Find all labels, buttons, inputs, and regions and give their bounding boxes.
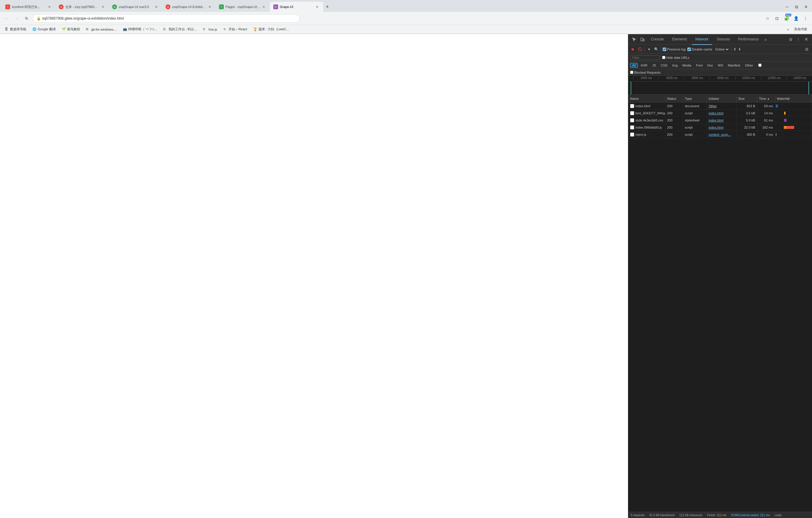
tick-14000: 14000 ms — [786, 76, 812, 80]
td-initiator-1[interactable]: index.html — [707, 110, 736, 116]
throttle-select[interactable]: Online — [714, 47, 729, 51]
bookmark-leetcode[interactable]: 🏆 题库 · 力扣（LeetC... — [251, 26, 291, 32]
profile-icon[interactable]: 👤 — [792, 14, 800, 23]
th-type[interactable]: Type — [683, 95, 707, 102]
row-checkbox-1[interactable] — [630, 111, 634, 115]
devtools-close-button[interactable]: ✕ — [803, 36, 810, 43]
type-filter-css[interactable]: CSS — [659, 63, 670, 68]
tab-close-3[interactable]: ✕ — [154, 4, 158, 9]
close-button[interactable]: ✕ — [802, 3, 810, 11]
export-icon[interactable]: ⬇ — [738, 47, 741, 51]
type-filter-xhr[interactable]: XHR — [638, 63, 649, 68]
th-name[interactable]: Name — [628, 95, 665, 102]
back-button[interactable]: ← — [2, 14, 11, 23]
tab-network[interactable]: Network — [692, 34, 712, 45]
td-initiator-3[interactable]: index.html — [707, 124, 736, 131]
row-checkbox-4[interactable] — [630, 133, 634, 137]
td-initiator-0[interactable]: Other — [707, 103, 736, 109]
hide-data-urls-checkbox[interactable]: Hide data URLs — [662, 56, 690, 59]
table-row[interactable]: font_2043277_84hqe... 200 script index.h… — [628, 110, 812, 117]
tab-grape-vue3[interactable]: G zsq/Grape-UI vue3.0 ✕ — [109, 2, 162, 12]
type-filter-font[interactable]: Font — [694, 63, 704, 68]
type-filter-other[interactable]: Other — [743, 63, 755, 68]
has-blocked-cookies-checkbox[interactable] — [758, 63, 762, 67]
tab-close-4[interactable]: ✕ — [207, 4, 212, 9]
bookmark-vuejs[interactable]: V Vue.js — [200, 27, 219, 32]
tab-pages[interactable]: P Pages · zsq/Grape-UI... ✕ — [215, 2, 270, 12]
type-filter-ws[interactable]: WS — [716, 63, 725, 68]
disable-cache-checkbox[interactable]: Disable cache — [687, 48, 712, 51]
tab-close-5[interactable]: ✕ — [261, 4, 266, 9]
td-initiator-4[interactable]: content_scrip... — [707, 131, 736, 138]
reload-button[interactable]: ↻ — [23, 14, 31, 23]
bookmark-react[interactable]: ⚛ 开始 – React — [221, 26, 250, 32]
th-initiator[interactable]: Initiator — [707, 95, 736, 102]
th-time[interactable]: Time ▲ — [757, 95, 775, 102]
bookmark-shujuku[interactable]: 🗄 数据库导航 — [2, 26, 29, 32]
import-icon[interactable]: ⬆ — [733, 47, 736, 51]
td-size-2: 5.0 kB — [736, 117, 757, 124]
bookmark-gitee[interactable]: G 我的工作台 - 码云... — [161, 26, 199, 32]
td-status-0: 200 — [665, 103, 683, 109]
menu-icon[interactable]: ⋮ — [801, 14, 810, 23]
tab-iconfont[interactable]: I Iconfont-阿里巴矢... ✕ — [2, 2, 55, 12]
bookmark-google-translate[interactable]: 🌐 Google 翻译 — [30, 26, 58, 32]
filter-input[interactable] — [630, 55, 660, 60]
bookmark-bilibili[interactable]: 📺 哔哩哔哩（`ー`)つ... — [120, 26, 160, 32]
row-checkbox-3[interactable] — [630, 125, 634, 130]
blocked-requests-checkbox[interactable]: Blocked Requests — [630, 71, 661, 74]
restore-button[interactable]: ⧉ — [792, 3, 801, 11]
record-button[interactable]: ⏺ — [630, 47, 635, 52]
table-row[interactable]: index.html 200 document Other 653 B 59 m… — [628, 103, 812, 110]
clear-button[interactable]: 🚫 — [637, 47, 642, 52]
bookmarks-more-button[interactable]: » — [785, 27, 791, 32]
tab-grape-ui[interactable]: G Grape-UI ✕ — [270, 2, 323, 12]
devtools-more-tabs[interactable]: » — [763, 37, 768, 42]
bookmark-git[interactable]: N git-for-windows-... — [84, 27, 120, 32]
tab-close-1[interactable]: ✕ — [47, 4, 52, 9]
tab-close-2[interactable]: ✕ — [100, 4, 105, 9]
type-filter-doc[interactable]: Doc — [705, 63, 715, 68]
bookmark-runoob[interactable]: 🌱 菜鸟教程 — [59, 26, 83, 32]
minimize-button[interactable]: ─ — [783, 3, 791, 11]
filter-icon[interactable]: ▾ — [646, 47, 652, 52]
th-size[interactable]: Size — [736, 95, 757, 102]
table-row[interactable]: index.586dda00.js 200 script index.html … — [628, 124, 812, 131]
devtools-inspect-icon[interactable] — [631, 36, 638, 43]
address-input[interactable]: 🔒 sq578657906.gitee.io/grape-ui-exhibiti… — [33, 14, 300, 23]
row-checkbox-0[interactable] — [630, 104, 634, 108]
tab-elements[interactable]: Elements — [669, 34, 691, 45]
devtools-settings-icon[interactable]: ⚙ — [787, 36, 794, 43]
table-row[interactable]: style.4e3ecbb5.css 200 stylesheet index.… — [628, 117, 812, 124]
th-waterfall[interactable]: Waterfall — [775, 95, 812, 102]
table-row[interactable]: inject.js 200 script content_scrip... 36… — [628, 131, 812, 138]
status-finish: Finish: 312 ms — [707, 514, 727, 517]
devtools-device-icon[interactable] — [639, 36, 646, 43]
bookmark-star-icon[interactable]: ☆ — [763, 14, 772, 23]
tab-grape-exhibit[interactable]: G zsq/Grape-UI-Exhibit... ✕ — [162, 2, 215, 12]
window-controls: ─ ⧉ ✕ — [783, 3, 810, 11]
type-filter-js[interactable]: JS — [650, 63, 658, 68]
tab-console[interactable]: Console — [647, 34, 667, 45]
tab-sources[interactable]: Sources — [713, 34, 733, 45]
search-icon[interactable]: 🔍 — [654, 47, 659, 52]
extensions-icon[interactable]: 🧩 New — [782, 14, 791, 23]
th-status[interactable]: Status — [665, 95, 683, 102]
cast-icon[interactable]: ⊡ — [773, 14, 781, 23]
filter-bar: Hide data URLs — [628, 54, 812, 61]
other-bookmarks[interactable]: 其他书签 — [792, 26, 810, 32]
td-initiator-2[interactable]: index.html — [707, 117, 736, 124]
forward-button[interactable]: → — [12, 14, 21, 23]
network-settings-icon[interactable]: ⚙ — [803, 46, 810, 53]
new-tab-button[interactable]: + — [323, 3, 331, 11]
tab-performance[interactable]: Performance — [734, 34, 762, 45]
type-filter-media[interactable]: Media — [680, 63, 693, 68]
type-filter-manifest[interactable]: Manifest — [726, 63, 743, 68]
row-checkbox-2[interactable] — [630, 118, 634, 122]
preserve-log-checkbox[interactable]: Preserve log — [663, 48, 686, 51]
tab-close-6[interactable]: ✕ — [315, 4, 320, 9]
tab-repository[interactable]: G 仓库 - zsq (sq57865... ✕ — [55, 2, 109, 12]
type-filter-all[interactable]: All — [630, 63, 638, 68]
type-filter-img[interactable]: Img — [670, 63, 679, 68]
devtools-more-icon[interactable]: ⋮ — [795, 36, 802, 43]
